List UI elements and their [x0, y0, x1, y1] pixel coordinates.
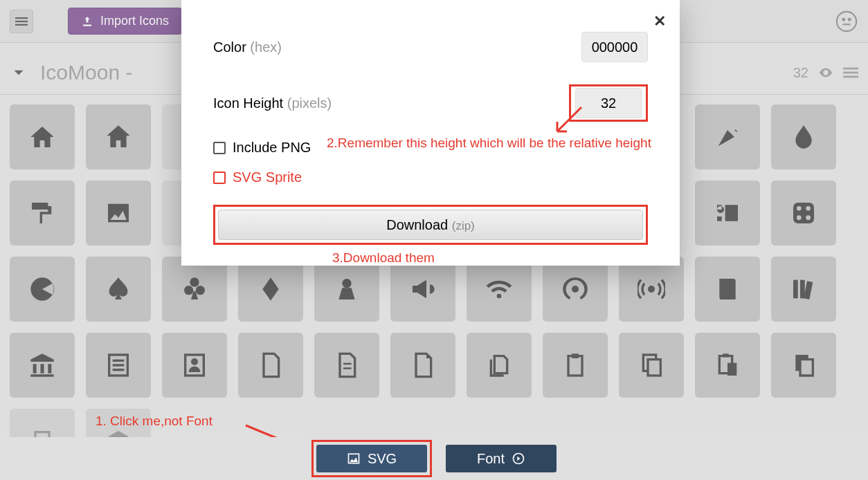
annotation-step3: 3.Download them	[332, 250, 435, 266]
annotation-step2: 2.Remember this height which will be the…	[327, 136, 651, 151]
svg-sprite-row[interactable]: SVG Sprite	[213, 163, 648, 192]
download-highlight: Download (zip)	[213, 205, 648, 245]
color-row: Color (hex)	[213, 21, 648, 73]
svg-sprite-checkbox[interactable]	[213, 172, 226, 184]
bottom-bar: SVG Font	[0, 437, 868, 480]
download-button[interactable]: Download (zip)	[218, 210, 643, 240]
generate-svg-button[interactable]: SVG	[316, 445, 427, 472]
color-input[interactable]	[581, 32, 648, 62]
icon-height-input[interactable]	[575, 88, 642, 118]
include-png-checkbox[interactable]	[213, 142, 226, 154]
svg-button-highlight: SVG	[311, 440, 432, 477]
close-button[interactable]: ✕	[653, 12, 666, 30]
icon-height-label: Icon Height (pixels)	[213, 95, 332, 111]
download-settings-modal: ✕ Color (hex) Icon Height (pixels) Inclu…	[181, 0, 680, 266]
include-png-label: Include PNG	[233, 140, 311, 156]
circle-arrow-right-icon	[512, 452, 525, 465]
generate-font-button[interactable]: Font	[446, 445, 557, 472]
color-label: Color (hex)	[213, 39, 282, 55]
annotation-arrow2	[550, 104, 585, 141]
image-icon	[347, 452, 361, 465]
svg-sprite-label: SVG Sprite	[233, 169, 302, 185]
annotation-step1: 1. Click me,not Font	[96, 414, 213, 429]
